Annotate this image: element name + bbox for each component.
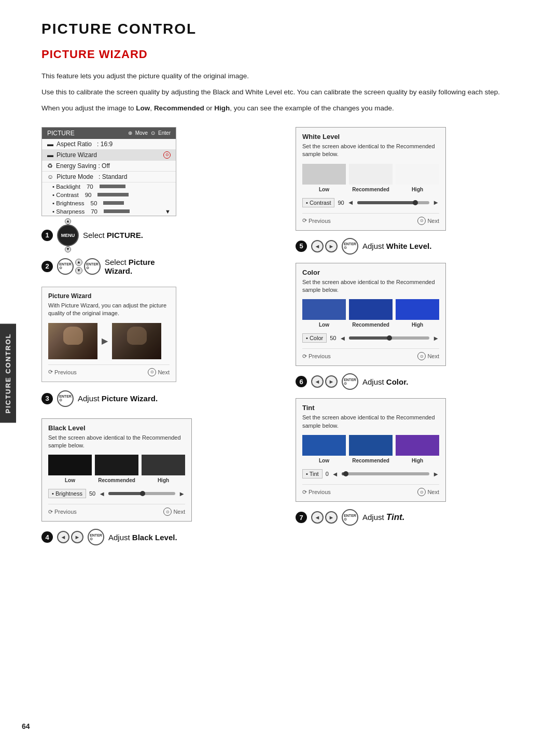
black-nav: ⟳ Previous ⊙ Next (48, 504, 185, 516)
step-1: 1 MENU ▲ ▼ Select PICTURE. (41, 224, 280, 246)
energy-icon: ♻ (47, 162, 53, 170)
color-label-rec: Recommended (352, 322, 389, 328)
menu-button: MENU (57, 224, 79, 246)
step-5-enter: ENTER⊙ (342, 238, 358, 255)
black-prev-icon: ⟳ (48, 509, 53, 515)
black-arrow-right: ► (178, 490, 185, 498)
tint-label-rec: Recommended (352, 458, 389, 463)
step-2-text: Select PictureWizard. (105, 258, 155, 275)
down-arrow: ▼ (165, 208, 171, 215)
aspect-icon: ▬ (47, 140, 53, 148)
aspect-value: : 16:9 (97, 140, 113, 148)
aspect-label: Aspect Ratio (57, 140, 92, 148)
backlight-bar (100, 185, 125, 188)
color-nav: ⟳ Previous ⊙ Next (302, 348, 439, 360)
enter-icon-small: ⊙ (151, 130, 155, 136)
step-7-left-arrow: ◄ (311, 511, 324, 524)
step-2: 2 ENTER⊙ ▲ ▼ ENTER⊙ Select PictureWizard… (41, 258, 280, 275)
color-slider (349, 336, 429, 340)
next-label: Next (158, 369, 170, 375)
wizard-arrow: ▶ (102, 336, 108, 346)
tv-menu-header: PICTURE ⊕ Move ⊙ Enter (42, 128, 176, 139)
page-title: PICTURE CONTROL (41, 21, 534, 37)
step-6: 6 ◄ ► ENTER⊙ Adjust Color. (296, 373, 534, 390)
move-icon: ⊕ (128, 130, 132, 136)
black-slider-thumb (140, 491, 145, 496)
black-prev-label: Previous (54, 509, 77, 515)
tint-rect-high (396, 435, 439, 456)
wizard-circle: ⊙ (163, 151, 171, 159)
color-label-low: Low (319, 322, 329, 328)
white-next-circle: ⊙ (417, 217, 426, 225)
color-arrow-right: ► (432, 334, 439, 342)
step-4-text: Adjust Black Level. (108, 533, 177, 542)
tint-prev-label: Previous (309, 489, 331, 495)
black-label-low: Low (65, 477, 75, 483)
side-tab-label: PICTURE CONTROL (0, 323, 16, 423)
white-value: 90 (338, 200, 344, 206)
tv-menu: PICTURE ⊕ Move ⊙ Enter ▬ Aspect Ratio : … (41, 127, 176, 216)
white-rect-high (396, 164, 439, 185)
tv-menu-title: PICTURE (47, 130, 75, 137)
black-next-label: Next (173, 509, 185, 515)
black-label-rec: Recommended (98, 477, 135, 483)
white-level-desc: Set the screen above identical to the Re… (302, 143, 439, 159)
bullet-contrast: • Contrast (52, 192, 79, 198)
wizard-icon: ▬ (47, 151, 53, 159)
sub-contrast: • Contrast 90 (42, 191, 176, 199)
black-rect-low (48, 455, 92, 475)
mode-icon: ☺ (47, 173, 53, 180)
color-level-title: Color (302, 269, 439, 276)
bullet-sharpness: • Sharpness (52, 208, 85, 215)
intro-para-2: Use this to calibrate the screen quality… (41, 87, 534, 98)
white-arrow-left: ◄ (347, 199, 354, 206)
enter-label: Enter (158, 130, 171, 136)
white-label-high: High (412, 187, 423, 192)
step-3-enter: ENTER⊙ (57, 390, 74, 407)
brightness-value: 50 (91, 200, 97, 206)
step-7-right-arrow: ► (325, 511, 338, 524)
white-label-rec: Recommended (352, 187, 389, 192)
white-level-control: • Contrast 90 ◄ ► (302, 196, 439, 209)
black-level-box: Black Level Set the screen above identic… (41, 418, 192, 522)
step-3-text: Adjust Picture Wizard. (78, 394, 158, 403)
intro-para-1: This feature lets you adjust the picture… (41, 71, 534, 82)
white-next: ⊙ Next (417, 217, 439, 225)
step-7-text: Adjust Tint. (362, 512, 404, 523)
color-rect-low (302, 299, 346, 320)
white-rect-rec (349, 164, 393, 185)
color-label-high: High (412, 322, 423, 328)
white-sample-low: Low (302, 164, 346, 192)
up-arrow-btn: ▲ (75, 259, 82, 266)
color-prev: ⟳ Previous (302, 353, 331, 360)
wizard-img-after (112, 323, 161, 359)
color-control-label: • Color (302, 333, 327, 343)
white-control-label: • Contrast (302, 198, 334, 207)
black-level-control: • Brightness 50 ◄ ► (48, 487, 185, 500)
black-prev: ⟳ Previous (48, 509, 77, 515)
enter-btn-left: ENTER⊙ (57, 258, 74, 275)
wizard-images: ▶ (48, 323, 170, 359)
tint-level-desc: Set the screen above identical to the Re… (302, 414, 439, 430)
next-circle: ⊙ (148, 368, 156, 376)
black-level-title: Black Level (48, 424, 185, 432)
step-5-right-arrow: ► (325, 240, 338, 252)
down-arrow-btn: ▼ (75, 267, 82, 274)
step-3-num: 3 (41, 393, 53, 404)
tint-sample-rec: Recommended (349, 435, 393, 463)
energy-label: Energy Saving : Off (56, 162, 110, 170)
step-4-enter: ENTER⊙ (88, 529, 104, 545)
color-level-box: Color Set the screen above identical to … (296, 263, 446, 367)
step-2-num: 2 (41, 261, 53, 272)
tint-rect-low (302, 435, 346, 456)
step-6-left-arrow: ◄ (311, 375, 324, 388)
sub-sharpness: • Sharpness 70 ▼ (42, 207, 176, 216)
wizard-label: Picture Wizard (57, 151, 97, 159)
menu-up-arrow: ▲ (65, 218, 71, 224)
wizard-nav: ⟳ Previous ⊙ Next (48, 364, 170, 376)
step-7-num: 7 (296, 512, 307, 523)
black-control-label: • Brightness (48, 489, 86, 498)
white-nav: ⟳ Previous ⊙ Next (302, 213, 439, 225)
step-1-text: Select PICTURE. (83, 231, 143, 240)
black-label-high: High (158, 477, 169, 483)
